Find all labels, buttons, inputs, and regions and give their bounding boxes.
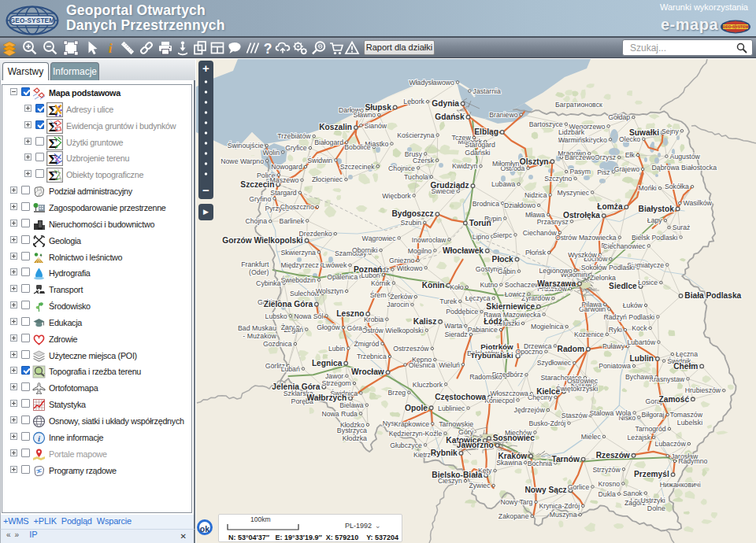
svg-text:Ostrowiec: Ostrowiec: [567, 377, 598, 385]
svg-text:Starogard: Starogard: [465, 141, 495, 149]
svg-text:Żywiec: Żywiec: [469, 482, 491, 489]
svg-text:Dolne: Dolne: [647, 504, 665, 512]
svg-text:Orzysz: Orzysz: [595, 153, 616, 161]
svg-text:Suraż: Suraż: [673, 223, 691, 231]
svg-text:Nowa Sól: Nowa Sól: [294, 312, 323, 320]
svg-text:Kędzierzyn-Koźle: Kędzierzyn-Koźle: [389, 430, 443, 438]
svg-text:Szczecinek: Szczecinek: [340, 163, 376, 171]
svg-text:Krasnystaw: Krasnystaw: [649, 375, 685, 383]
svg-text:Нижанковичі: Нижанковичі: [660, 481, 701, 489]
svg-text:Nidzica: Nidzica: [524, 191, 547, 199]
svg-text:Ryki: Ryki: [609, 326, 622, 334]
svg-text:Mogilno: Mogilno: [408, 247, 432, 255]
svg-text:Góra: Góra: [347, 324, 362, 332]
svg-text:Mogielnica: Mogielnica: [531, 323, 564, 331]
svg-text:Sochaczew: Sochaczew: [505, 281, 540, 289]
svg-text:Olsztyn: Olsztyn: [520, 157, 549, 166]
svg-text:Grajewo: Grajewo: [614, 165, 640, 173]
svg-text:Sianów: Sianów: [365, 122, 387, 130]
svg-text:Radymno: Radymno: [678, 457, 707, 465]
svg-text:Ostrów Mazowiecka: Ostrów Mazowiecka: [555, 234, 617, 242]
svg-text:Pasym: Pasym: [569, 168, 591, 175]
svg-text:Sejny: Sejny: [662, 127, 679, 135]
svg-text:Stargard: Stargard: [270, 189, 296, 197]
svg-text:Bychawa: Bychawa: [625, 373, 653, 381]
svg-text:Kórnik: Kórnik: [371, 279, 391, 287]
svg-text:Krapkowice: Krapkowice: [394, 420, 429, 428]
svg-text:Witkowo: Witkowo: [397, 264, 423, 272]
svg-text:Tomaszów: Tomaszów: [670, 411, 703, 419]
svg-text:Łuków: Łuków: [623, 301, 643, 309]
svg-text:Barlinek: Barlinek: [280, 217, 305, 225]
svg-text:Więcbork: Więcbork: [382, 192, 411, 200]
svg-text:Jaworzno: Jaworzno: [457, 441, 494, 449]
svg-text:Biała Podlaska: Biała Podlaska: [684, 291, 741, 300]
svg-text:Ciechanów: Ciechanów: [523, 229, 558, 237]
svg-text:Lubartów: Lubartów: [627, 338, 655, 346]
svg-text:Słupsk: Słupsk: [365, 103, 391, 112]
svg-text:Lubsko: Lubsko: [265, 312, 287, 320]
svg-text:Gryfino: Gryfino: [249, 195, 271, 203]
svg-text:Świnoujście: Świnoujście: [228, 141, 264, 150]
svg-text:Kietrz: Kietrz: [413, 451, 431, 459]
svg-text:Szydłowiec: Szydłowiec: [537, 359, 572, 367]
svg-text:Dukla: Dukla: [598, 490, 616, 498]
svg-text:Gdański: Gdański: [465, 149, 490, 157]
svg-text:Przemyśl: Przemyśl: [634, 470, 669, 478]
svg-text:Zakopane: Zakopane: [498, 512, 529, 520]
svg-text:Głubczyce: Głubczyce: [390, 441, 422, 449]
svg-text:Strzegom: Strzegom: [322, 379, 351, 387]
svg-text:Lubawa: Lubawa: [491, 180, 516, 188]
svg-text:GEO-SYSTEM: GEO-SYSTEM: [10, 17, 55, 24]
svg-text:Piotrków: Piotrków: [480, 342, 513, 351]
svg-text:Poddębice: Poddębice: [446, 308, 478, 316]
svg-text:Wrocław: Wrocław: [351, 368, 384, 376]
svg-text:Nowe Warpno: Nowe Warpno: [220, 157, 264, 165]
svg-text:Inowrocław: Inowrocław: [412, 236, 447, 244]
svg-text:Opoczno: Opoczno: [515, 348, 543, 356]
svg-text:Ostrzeszów: Ostrzeszów: [393, 345, 429, 353]
svg-text:Chojnice: Chojnice: [388, 164, 415, 172]
svg-text:Legionowo: Legionowo: [539, 267, 572, 275]
svg-text:Białogard: Białogard: [314, 139, 343, 146]
svg-text:Mielec: Mielec: [581, 433, 602, 441]
svg-text:Łódź: Łódź: [484, 317, 502, 326]
svg-text:Sokółka: Sokółka: [665, 183, 689, 190]
svg-text:Szczecin: Szczecin: [240, 180, 274, 189]
svg-text:Lubin: Lubin: [328, 345, 345, 353]
svg-text:Lubliniec: Lubliniec: [438, 404, 465, 412]
svg-text:Ciechanowiec: Ciechanowiec: [603, 242, 647, 250]
svg-text:Konin: Konin: [422, 281, 445, 290]
svg-text:Gorlice: Gorlice: [568, 483, 590, 491]
svg-text:Bad Muskau: Bad Muskau: [238, 324, 276, 332]
svg-text:Frankfurt: Frankfurt: [241, 260, 269, 268]
svg-text:Pabianice: Pabianice: [468, 326, 498, 334]
svg-text:Krobia: Krobia: [364, 316, 384, 323]
svg-text:Siedlce: Siedlce: [609, 282, 637, 290]
svg-text:Trybunalski: Trybunalski: [470, 351, 513, 360]
svg-text:Leszno: Leszno: [336, 309, 364, 318]
svg-text:Radom: Radom: [558, 345, 585, 353]
svg-text:Białystok: Białystok: [639, 205, 675, 213]
svg-text:Zamość: Zamość: [659, 395, 690, 404]
svg-text:Tarnowskie: Tarnowskie: [439, 420, 473, 428]
svg-text:Wyszków: Wyszków: [568, 251, 597, 259]
svg-text:Nowy Sącz: Nowy Sącz: [524, 486, 566, 494]
svg-text:Chojna: Chojna: [245, 217, 267, 225]
svg-text:Radomsko: Radomsko: [469, 373, 502, 381]
svg-text:Łapy: Łapy: [647, 216, 662, 224]
svg-text:Choszczno: Choszczno: [280, 203, 314, 211]
svg-text:Sieradz: Sieradz: [444, 331, 467, 338]
svg-text:Gryfice: Gryfice: [285, 144, 307, 152]
svg-text:Nowa Ruda: Nowa Ruda: [321, 410, 358, 418]
svg-text:Koniecpol: Koniecpol: [484, 397, 514, 404]
svg-text:Leżajsk: Leżajsk: [628, 434, 651, 441]
svg-text:Tarnogród: Tarnogród: [636, 425, 666, 433]
svg-text:Tuchola: Tuchola: [404, 173, 428, 181]
svg-text:Kościerzyna: Kościerzyna: [397, 131, 434, 139]
svg-text:Kock: Kock: [632, 324, 647, 332]
svg-text:Zielonka: Zielonka: [590, 274, 616, 282]
svg-text:Augustów: Augustów: [670, 153, 701, 161]
svg-text:Pilawa: Pilawa: [582, 301, 602, 308]
svg-text:Działdowo: Działdowo: [504, 201, 536, 209]
